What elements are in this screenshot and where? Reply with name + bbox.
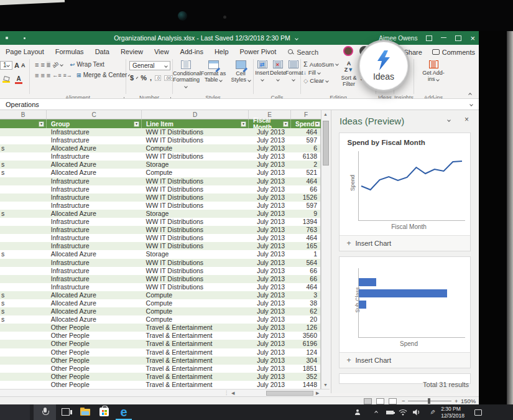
currency-dropdown-icon[interactable] [136, 77, 139, 79]
cell-spend[interactable]: 66 [290, 267, 320, 275]
cell-group[interactable]: Allocated Azure [47, 291, 142, 299]
zoom-level[interactable]: 150% [461, 398, 476, 404]
table-row[interactable]: sAllocated AzureStorageJuly 20132 [0, 161, 320, 169]
column-header-b[interactable]: B [0, 110, 47, 119]
cell-fiscal-month[interactable]: July 2013 [248, 226, 290, 234]
ideas-card-line-chart[interactable]: Spend by Fiscal Month Spend Fiscal Month… [339, 133, 471, 251]
horizontal-scrollbar[interactable]: ⋮ ◀ ▶ [0, 389, 330, 396]
cell-line-item[interactable]: Travel & Entertainment [142, 332, 249, 340]
decrease-decimal-button[interactable]: .00 [164, 75, 173, 81]
people-icon[interactable] [355, 404, 361, 420]
cell-spend[interactable]: 3560 [290, 332, 320, 340]
cell-col-b[interactable] [0, 242, 47, 250]
cell-line-item[interactable]: Travel & Entertainment [142, 381, 249, 389]
zoom-out-button[interactable]: − [402, 398, 405, 404]
insert-chart-button[interactable]: + Insert Chart [340, 235, 470, 251]
cell-col-b[interactable] [0, 136, 47, 144]
table-row[interactable]: InfrastructureWW IT DistributionsJuly 20… [0, 267, 320, 275]
cell-group[interactable]: Allocated Azure [47, 161, 142, 169]
cell-fiscal-month[interactable]: July 2013 [248, 185, 290, 194]
cell-spend[interactable]: 464 [290, 234, 320, 242]
cell-col-b[interactable] [0, 152, 47, 161]
ribbon-tab-help[interactable]: Help [209, 45, 234, 59]
cell-spend[interactable]: 597 [290, 202, 320, 210]
increase-indent-button[interactable]: ≡→ [63, 72, 72, 78]
table-row[interactable]: InfrastructureWW IT DistributionsJuly 20… [0, 152, 320, 161]
cell-group[interactable]: Allocated Azure [47, 250, 142, 258]
cell-group[interactable]: Infrastructure [47, 259, 142, 267]
cell-col-b[interactable] [0, 259, 47, 267]
fill-button[interactable]: ↓ Fill [303, 69, 338, 76]
cell-col-b[interactable] [0, 381, 47, 389]
table-row[interactable]: sAllocated AzureStorageJuly 20131 [0, 250, 320, 258]
cell-fiscal-month[interactable]: July 2013 [248, 128, 290, 136]
column-header-c[interactable]: C [47, 110, 142, 119]
page-break-view-button[interactable] [389, 398, 397, 404]
cell-line-item[interactable]: WW IT Distributions [142, 136, 249, 144]
orientation-dropdown-icon[interactable] [60, 63, 63, 67]
ribbon-tab-data[interactable]: Data [90, 45, 115, 59]
cell-fiscal-month[interactable]: July 2013 [248, 202, 290, 210]
cell-group[interactable]: Infrastructure [47, 185, 142, 194]
scroll-up-button[interactable]: ▲ [321, 110, 330, 118]
filter-icon[interactable]: ▾ [134, 121, 139, 127]
cell-line-item[interactable]: WW IT Distributions [142, 275, 249, 283]
panel-close-icon[interactable]: × [464, 115, 469, 124]
cell-fiscal-month[interactable]: July 2013 [248, 242, 290, 250]
cell-col-b[interactable] [0, 357, 47, 365]
cell-line-item[interactable]: Storage [142, 250, 249, 258]
cell-spend[interactable]: 1526 [290, 194, 320, 202]
cell-fiscal-month[interactable]: July 2013 [248, 144, 290, 152]
align-top-button[interactable]: ≡ [35, 62, 39, 68]
font-size-input[interactable]: 1 [0, 61, 12, 70]
cell-fiscal-month[interactable]: July 2013 [248, 210, 290, 218]
cell-group[interactable]: Infrastructure [47, 275, 142, 283]
scroll-left-button[interactable]: ◀ [231, 390, 234, 396]
cell-col-b[interactable] [0, 128, 47, 136]
number-format-select[interactable]: General [129, 61, 170, 70]
cell-fiscal-month[interactable]: July 2013 [248, 169, 290, 177]
cell-group[interactable]: Infrastructure [47, 152, 142, 161]
table-row[interactable]: Other PeopleTravel & EntertainmentJuly 2… [0, 357, 320, 365]
scroll-down-button[interactable]: ▼ [321, 381, 330, 389]
cell-group[interactable]: Other People [47, 357, 142, 365]
cell-group[interactable]: Allocated Azure [47, 299, 142, 307]
table-row[interactable]: Other PeopleTravel & EntertainmentJuly 2… [0, 365, 320, 373]
show-hidden-icons-button[interactable] [375, 404, 377, 420]
filter-icon[interactable]: ▾ [315, 121, 320, 127]
cell-col-b[interactable] [0, 275, 47, 283]
cell-spend[interactable]: 464 [290, 177, 320, 185]
font-color-button[interactable]: A [15, 75, 22, 84]
cell-fiscal-month[interactable]: July 2013 [248, 357, 290, 365]
filter-icon[interactable]: ▾ [241, 121, 246, 127]
cell-line-item[interactable]: WW IT Distributions [142, 242, 249, 250]
cell-spend[interactable]: 464 [290, 128, 320, 136]
cell-fiscal-month[interactable]: July 2013 [248, 177, 290, 185]
cell-line-item[interactable]: WW IT Distributions [142, 128, 249, 136]
cell-col-b[interactable]: s [0, 299, 47, 307]
cell-line-item[interactable]: WW IT Distributions [142, 202, 249, 210]
cell-col-b[interactable] [0, 283, 47, 291]
cell-col-b[interactable]: s [0, 161, 47, 169]
cell-group[interactable]: Infrastructure [47, 128, 142, 136]
table-row[interactable]: InfrastructureWW IT DistributionsJuly 20… [0, 194, 320, 202]
cell-fiscal-month[interactable]: July 2013 [248, 348, 290, 357]
table-row[interactable]: InfrastructureWW IT DistributionsJuly 20… [0, 283, 320, 291]
cell-spend[interactable]: 6138 [290, 152, 320, 161]
cell-col-b[interactable]: s [0, 144, 47, 152]
cell-col-b[interactable] [0, 226, 47, 234]
format-cells-button[interactable]: Format [285, 60, 301, 83]
table-header-spend[interactable]: Spend▾ [291, 119, 321, 128]
ideas-card-bar-chart[interactable]: Sub Class Spend + Insert Chart [339, 256, 471, 368]
cell-spend[interactable]: 763 [290, 226, 320, 234]
cell-col-b[interactable]: s [0, 169, 47, 177]
format-as-table-button[interactable]: Format as Table [200, 60, 226, 83]
cell-fiscal-month[interactable]: July 2013 [248, 275, 290, 283]
cell-group[interactable]: Allocated Azure [47, 315, 142, 324]
table-header-line-item[interactable]: Line Item▾ [142, 119, 249, 128]
column-header-d[interactable]: D [142, 110, 249, 119]
ribbon-display-options-button[interactable] [426, 35, 432, 41]
restore-button[interactable] [455, 35, 461, 41]
table-row[interactable]: Other PeopleTravel & EntertainmentJuly 2… [0, 373, 320, 381]
table-row[interactable]: InfrastructureWW IT DistributionsJuly 20… [0, 185, 320, 194]
